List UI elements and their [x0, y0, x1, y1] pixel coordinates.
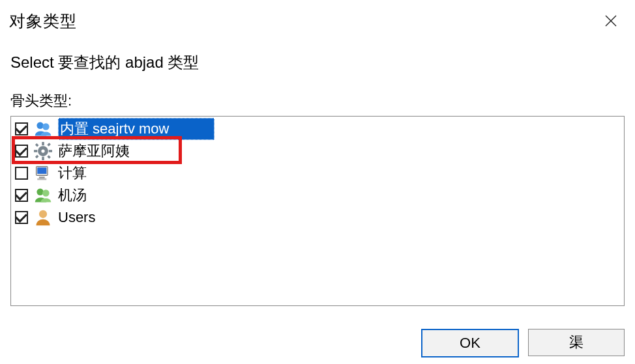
svg-rect-13 [35, 155, 39, 159]
svg-rect-16 [39, 176, 45, 178]
titlebar: 对象类型 [0, 0, 635, 36]
checkbox[interactable] [15, 189, 28, 202]
button-bar: OK 渠 [421, 329, 625, 357]
svg-rect-9 [49, 150, 52, 152]
group-icon [33, 119, 53, 139]
svg-rect-8 [34, 150, 37, 152]
list-item-label: 萨摩亚阿姨 [58, 143, 130, 159]
object-types-dialog: 对象类型 Select 要查找的 abjad 类型 骨头类型: 内置 seajr… [0, 0, 635, 364]
svg-point-3 [42, 123, 50, 130]
svg-rect-12 [47, 143, 51, 147]
svg-rect-11 [47, 155, 51, 159]
close-button[interactable] [596, 8, 626, 33]
svg-rect-17 [37, 178, 46, 180]
instruction-text: Select 要查找的 abjad 类型 [0, 36, 635, 76]
checkbox[interactable] [15, 122, 28, 135]
svg-rect-15 [37, 167, 46, 174]
checkbox[interactable] [15, 211, 28, 224]
svg-point-18 [37, 189, 44, 196]
svg-point-20 [39, 210, 47, 218]
user-icon [33, 208, 53, 227]
close-icon [604, 14, 617, 27]
checkbox[interactable] [15, 145, 28, 158]
cancel-button[interactable]: 渠 [528, 329, 625, 356]
list-item[interactable]: 内置 seajrtv mow [11, 118, 624, 140]
group-icon [33, 186, 53, 205]
dialog-title: 对象类型 [9, 10, 77, 32]
svg-point-19 [42, 189, 50, 197]
list-item-label: 计算 [58, 165, 87, 181]
object-types-list[interactable]: 内置 seajrtv mow 萨摩亚阿姨 [10, 116, 625, 306]
list-item[interactable]: 计算 [11, 162, 624, 184]
list-item-label: 内置 seajrtv mow [60, 120, 169, 137]
svg-rect-10 [35, 143, 39, 147]
list-label: 骨头类型: [0, 76, 635, 115]
list-item-label: 机汤 [58, 187, 87, 203]
svg-point-5 [41, 149, 44, 152]
svg-rect-7 [42, 157, 44, 160]
checkbox[interactable] [15, 167, 28, 180]
computer-icon [33, 163, 53, 183]
gear-icon [33, 141, 53, 161]
list-item[interactable]: 萨摩亚阿姨 [11, 140, 624, 162]
ok-button[interactable]: OK [421, 329, 519, 357]
svg-rect-6 [42, 142, 44, 145]
list-item-label: Users [58, 209, 95, 225]
list-item[interactable]: 机汤 [11, 184, 624, 206]
svg-point-2 [37, 122, 44, 130]
list-item[interactable]: Users [11, 206, 624, 229]
